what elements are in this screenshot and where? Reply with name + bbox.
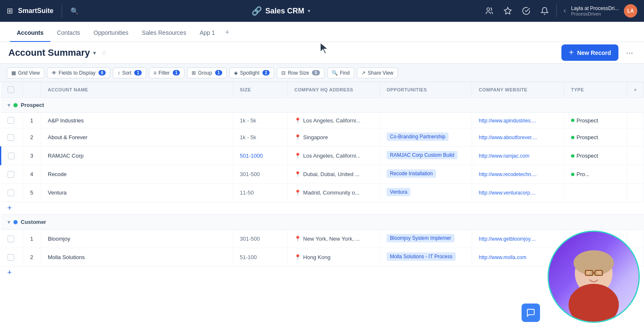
main-table-container: ACCOUNT NAME SIZE COMPANY HQ ADDRESS OPP… (0, 82, 644, 327)
row-checkbox[interactable] (8, 171, 14, 178)
location-icon: 📍 (294, 171, 301, 177)
row-number: 1 (23, 113, 41, 128)
add-tab-button[interactable]: + (222, 23, 233, 42)
website-link[interactable]: http://www.apindustries.... (479, 118, 536, 124)
user-name: Layla at ProcessDri... (571, 5, 619, 11)
tab-contacts[interactable]: Contacts (50, 24, 87, 42)
opportunities-cell: Co-Branding Partnership (380, 128, 472, 147)
row-checkbox[interactable] (8, 189, 14, 196)
find-label: Find (340, 70, 350, 76)
tab-accounts[interactable]: Accounts (10, 24, 50, 42)
find-icon: 🔍 (332, 70, 338, 76)
star-icon[interactable] (501, 4, 514, 18)
table-row[interactable]: 1 Bloomjoy 301-500 📍 New York, New York,… (1, 230, 644, 248)
row-checkbox[interactable] (8, 236, 14, 242)
account-name-cell[interactable]: Recode (41, 165, 233, 184)
people-icon[interactable] (483, 4, 496, 18)
group-label: Group (198, 70, 212, 76)
user-menu[interactable]: Layla at ProcessDri... ProcessDriven (562, 5, 619, 16)
website-link[interactable]: http://www.getbloomjoy.... (479, 236, 536, 242)
account-name-cell[interactable]: RAMJAC Corp (41, 147, 233, 165)
row-checkbox[interactable] (8, 153, 15, 159)
group-name-0: Prospect (21, 102, 44, 108)
row-checkbox[interactable] (8, 254, 14, 261)
row-checkbox[interactable] (8, 134, 14, 141)
filter-button[interactable]: ≡ Filter 1 (149, 67, 184, 78)
header-account-name[interactable]: ACCOUNT NAME (41, 82, 233, 98)
address-text: Hong Kong (303, 254, 330, 260)
website-link[interactable]: http://www.recodetechn.... (479, 171, 537, 177)
svg-point-3 (574, 250, 614, 275)
website-cell[interactable]: http://www.recodetechn.... (472, 165, 564, 184)
website-link[interactable]: http://www.molla.com (479, 254, 526, 260)
header-num (23, 82, 41, 98)
share-view-label: Share View (368, 70, 393, 76)
add-column-button[interactable]: + (627, 82, 644, 98)
select-all-checkbox[interactable] (8, 86, 14, 93)
group-chevron-1[interactable]: ▾ (8, 219, 10, 225)
avatar[interactable]: LA (624, 4, 637, 18)
find-button[interactable]: 🔍 Find (327, 67, 354, 78)
account-name-cell[interactable]: About & Forever (41, 128, 233, 147)
accounts-table: ACCOUNT NAME SIZE COMPANY HQ ADDRESS OPP… (0, 82, 644, 279)
share-view-button[interactable]: ↗ Share View (357, 67, 398, 78)
table-row[interactable]: 5 Ventura 11-50 📍 Madrid, Community o...… (1, 184, 644, 202)
address-cell: 📍 Los Angeles, Californi... (288, 147, 380, 165)
tab-opportunities[interactable]: Opportunities (87, 24, 135, 42)
table-row[interactable]: 3 RAMJAC Corp 501-1000 📍 Los Angeles, Ca… (1, 147, 644, 165)
header-size[interactable]: SIZE (233, 82, 288, 98)
view-toolbar: Account Summary ▾ ☆ + New Record ··· (0, 42, 644, 64)
sort-button[interactable]: ↕ Sort 1 (113, 67, 146, 78)
row-size-button[interactable]: ⊟ Row Size S (277, 67, 324, 78)
grid-view-button[interactable]: ▦ Grid View (7, 67, 44, 78)
website-cell[interactable]: http://www.ramjac.com (472, 147, 564, 165)
grid-view-label: Grid View (18, 70, 40, 76)
chat-button[interactable] (522, 304, 540, 322)
bell-icon[interactable] (538, 4, 551, 18)
search-icon[interactable]: 🔍 (70, 7, 79, 15)
account-name-cell[interactable]: A&P Industries (41, 113, 233, 128)
add-row-button[interactable]: + (1, 267, 19, 279)
row-checkbox[interactable] (8, 117, 14, 124)
group-row-customer: ▾ Customer (1, 215, 644, 230)
account-name-cell[interactable]: Bloomjoy (41, 230, 233, 248)
size-cell: 301-500 (233, 230, 288, 248)
header-website[interactable]: COMPANY WEBSITE (472, 82, 564, 98)
website-link[interactable]: http://www.venturacorp.... (479, 190, 535, 196)
fields-to-display-button[interactable]: 👁 Fields to Display 6 (47, 67, 111, 78)
website-cell[interactable]: http://www.aboutforever.... (472, 128, 564, 147)
row-checkbox-cell (1, 128, 23, 147)
type-cell: Prospect (564, 147, 627, 165)
crm-title-dropdown[interactable]: ▾ (308, 8, 310, 14)
account-name-cell[interactable]: Molla Solutions (41, 248, 233, 267)
table-row[interactable]: 4 Recode 301-500 📍 Dubai, Dubai, United … (1, 165, 644, 184)
group-chevron-0[interactable]: ▾ (8, 102, 10, 108)
new-record-button[interactable]: + New Record (561, 44, 619, 61)
add-row-button[interactable]: + (1, 202, 19, 214)
type-cell (564, 184, 627, 202)
header-opportunities[interactable]: OPPORTUNITIES (380, 82, 472, 98)
website-cell[interactable]: http://www.apindustries.... (472, 113, 564, 128)
website-link[interactable]: http://www.ramjac.com (479, 153, 530, 159)
table-row[interactable]: 2 About & Forever 1k - 5k 📍 Singapore Co… (1, 128, 644, 147)
table-row[interactable]: 1 A&P Industries 1k - 5k 📍 Los Angeles, … (1, 113, 644, 128)
type-cell: Prospect (564, 128, 627, 147)
website-link[interactable]: http://www.aboutforever.... (479, 135, 537, 140)
view-title-dropdown[interactable]: ▾ (93, 49, 96, 56)
spotlight-button[interactable]: ◈ Spotlight 2 (229, 67, 274, 78)
check-circle-icon[interactable] (519, 4, 533, 18)
header-address[interactable]: COMPANY HQ ADDRESS (288, 82, 380, 98)
favorite-icon[interactable]: ☆ (101, 49, 107, 57)
account-name-cell[interactable]: Ventura (41, 184, 233, 202)
tab-app1[interactable]: App 1 (193, 24, 222, 42)
row-number: 4 (23, 165, 41, 184)
location-icon: 📍 (294, 189, 301, 196)
table-row[interactable]: 2 Molla Solutions 51-100 📍 Hong Kong Mol… (1, 248, 644, 267)
website-cell[interactable]: http://www.venturacorp.... (472, 184, 564, 202)
apps-icon[interactable]: ⊞ (7, 6, 13, 16)
more-options-button[interactable]: ··· (623, 45, 636, 60)
group-button[interactable]: ⊞ Group 1 (187, 67, 227, 78)
tab-sales-resources[interactable]: Sales Resources (135, 24, 193, 42)
header-type[interactable]: TYPE (564, 82, 627, 98)
address-cell: 📍 New York, New York, ... (288, 230, 380, 248)
